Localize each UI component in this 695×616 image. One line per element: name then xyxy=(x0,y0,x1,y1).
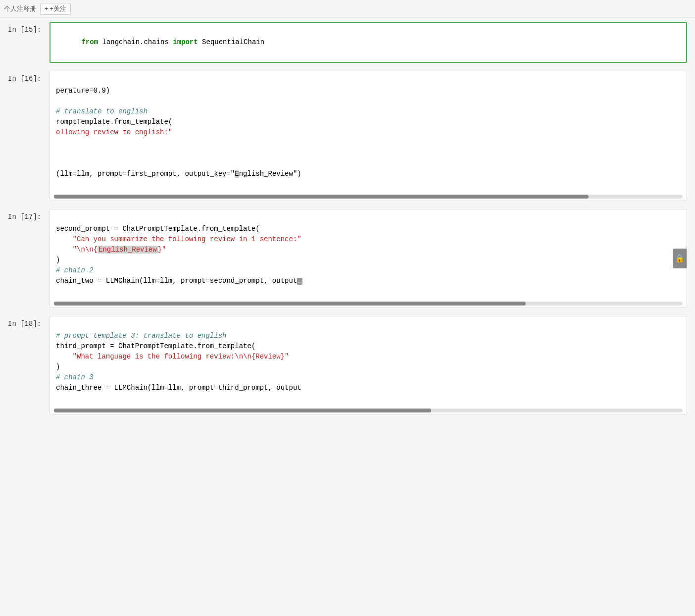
cell-label-17: In [17]: xyxy=(0,209,50,221)
comment-template3: # prompt template 3: translate to englis… xyxy=(56,332,226,340)
code-chain-three: chain_three = LLMChain(llm=llm, prompt=t… xyxy=(56,384,301,392)
string-review-var: "\n\n{English_Review}" xyxy=(56,246,166,254)
comment-translate: # translate to english xyxy=(56,107,148,115)
cell-content-15[interactable]: from langchain.chains import SequentialC… xyxy=(50,22,687,63)
scrollbar-thumb-18 xyxy=(54,409,431,412)
add-comment-button[interactable]: + +关注 xyxy=(40,3,71,15)
code-text: perature=0.9) xyxy=(56,87,110,95)
code-third-prompt: third_prompt = ChatPromptTemplate.from_t… xyxy=(56,342,255,350)
code-close-paren: ) xyxy=(56,363,60,371)
code-text: langchain.chains xyxy=(98,38,173,46)
string-text: ollowing review to english:" xyxy=(56,128,172,136)
add-comment-label: +关注 xyxy=(50,4,67,13)
code-chain-two: chain_two = LLMChain(llm=llm, prompt=sec… xyxy=(56,277,297,285)
code-block-18: # prompt template 3: translate to englis… xyxy=(50,316,687,408)
keyword-from: from xyxy=(81,38,98,46)
code-text: SequentialChain xyxy=(198,38,264,46)
code-block-17: second_prompt = ChatPromptTemplate.from_… xyxy=(50,209,687,301)
scrollbar-thumb-17 xyxy=(54,302,526,306)
code-paren: ) xyxy=(56,256,60,264)
page-title: 个人注释册 xyxy=(4,4,36,13)
scrollbar-16[interactable] xyxy=(54,195,683,199)
code-text: (llm=llm, prompt=first_prompt, output_ke… xyxy=(56,170,301,178)
cell-label-18: In [18]: xyxy=(0,316,50,328)
top-bar: 个人注释册 + +关注 xyxy=(0,0,695,18)
lock-icon: 🔒 xyxy=(673,249,687,268)
code-text: romptTemplate.from_template( xyxy=(56,118,172,126)
cell-label-16: In [16]: xyxy=(0,71,50,83)
comment-chain3: # chain 3 xyxy=(56,373,94,381)
cell-label-15: In [15]: xyxy=(0,22,50,34)
scrollbar-17[interactable] xyxy=(54,302,683,306)
english-review-highlight: E xyxy=(235,170,239,178)
cell-15: In [15]: from langchain.chains import Se… xyxy=(0,20,695,65)
code-text: second_prompt = ChatPromptTemplate.from_… xyxy=(56,225,260,233)
cell-content-18[interactable]: # prompt template 3: translate to englis… xyxy=(50,316,687,415)
scrollbar-thumb-16 xyxy=(54,195,589,199)
cell-content-17[interactable]: second_prompt = ChatPromptTemplate.from_… xyxy=(50,209,687,308)
comment-chain2: # chain 2 xyxy=(56,266,94,274)
code-block-16: perature=0.9) # translate to english rom… xyxy=(50,71,687,194)
plus-icon: + xyxy=(45,5,49,12)
scrollbar-18[interactable] xyxy=(54,409,683,412)
keyword-import: import xyxy=(173,38,198,46)
string-what-lang: "What language is the following review:\… xyxy=(56,353,289,360)
cell-17: In [17]: second_prompt = ChatPromptTempl… xyxy=(0,207,695,310)
cell-18: In [18]: # prompt template 3: translate … xyxy=(0,314,695,417)
cell-content-16[interactable]: perature=0.9) # translate to english rom… xyxy=(50,71,687,201)
string-summarize: "Can you summarize the following review … xyxy=(56,235,301,243)
cell-16: In [16]: perature=0.9) # translate to en… xyxy=(0,69,695,203)
code-block-15: from langchain.chains import SequentialC… xyxy=(50,23,686,62)
